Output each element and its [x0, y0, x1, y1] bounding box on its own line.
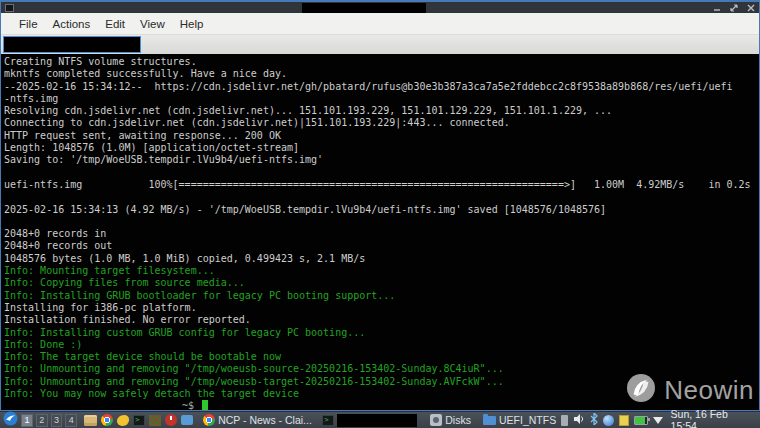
task-label: NCP - News - Clai... [218, 414, 312, 426]
window-title-redacted [302, 3, 426, 13]
desktop: File Actions Edit View Help Creating NTF… [0, 0, 760, 428]
terminal-line: 2048+0 records in [4, 228, 759, 240]
terminal-window: File Actions Edit View Help Creating NTF… [0, 0, 760, 411]
terminal-line: Info: Mounting target filesystem... [4, 265, 759, 277]
task-button-disks[interactable]: Disks [427, 414, 473, 426]
menu-actions[interactable]: Actions [53, 18, 91, 30]
task-label: UEFI_NTFS [499, 414, 556, 426]
task-label: Disks [445, 414, 471, 426]
task-label-redacted [337, 414, 417, 427]
prompt-user-redacted [4, 401, 182, 410]
terminal-line: uefi-ntfs.img 100%[=====================… [4, 179, 759, 191]
terminal-line: Resolving cdn.jsdelivr.net (cdn.jsdelivr… [4, 105, 759, 117]
workspace-button-2[interactable]: 2 [36, 414, 48, 427]
terminal-icon [322, 415, 334, 426]
bluetooth-icon[interactable] [590, 411, 598, 428]
file-manager-icon[interactable] [84, 415, 97, 426]
wifi-icon[interactable] [653, 417, 663, 424]
removable-media-icon[interactable] [561, 415, 568, 426]
terminal-tab-redacted[interactable] [3, 36, 141, 53]
terminal-line: Length: 1048576 (1.0M) [application/octe… [4, 142, 759, 154]
disks-icon [430, 414, 442, 426]
terminal-line: Installation finished. No error reported… [4, 314, 759, 326]
menu-edit[interactable]: Edit [105, 18, 125, 30]
terminal-line [4, 167, 759, 179]
terminal-line: --2025-02-16 15:34:12-- https://cdn.jsde… [4, 81, 759, 93]
minimize-button[interactable] [713, 4, 721, 12]
menu-bar: File Actions Edit View Help [1, 13, 759, 35]
maximize-button[interactable] [730, 4, 738, 12]
system-tray [561, 411, 663, 428]
task-button-browser[interactable]: NCP - News - Clai... [200, 414, 312, 426]
terminal-line: 2048+0 records out [4, 240, 759, 252]
workspace-button-3[interactable]: 3 [51, 414, 63, 427]
workspace-button-4[interactable]: 4 [65, 414, 77, 427]
terminal-line: Info: The target device should be bootab… [4, 351, 759, 363]
terminal-line [4, 191, 759, 203]
terminal-line [4, 216, 759, 228]
titlebar[interactable] [1, 2, 759, 13]
terminal-line: mkntfs completed successfully. Have a ni… [4, 68, 759, 80]
terminal-cursor [202, 400, 208, 410]
battery-icon[interactable] [634, 416, 648, 425]
clock[interactable]: Sun, 16 Feb 15:54 [671, 408, 757, 428]
volume-icon[interactable] [573, 411, 585, 428]
terminal-icon[interactable] [133, 415, 145, 426]
close-button[interactable] [747, 4, 755, 12]
terminal-line: HTTP request sent, awaiting response... … [4, 130, 759, 142]
menu-view[interactable]: View [140, 18, 165, 30]
menu-help[interactable]: Help [180, 18, 204, 30]
neowin-logo-icon [626, 373, 656, 407]
terminal-line: 2025-02-16 15:34:13 (4.92 MB/s) - '/tmp/… [4, 204, 759, 216]
power-icon[interactable] [165, 414, 177, 426]
terminal-line: Info: Installing GRUB bootloader for leg… [4, 290, 759, 302]
terminal-line: Creating NTFS volume structures. [4, 56, 759, 68]
terminal-app-icon [5, 4, 14, 12]
terminal-line: Info: Copying files from source media... [4, 277, 759, 289]
chrome-icon[interactable] [101, 414, 113, 426]
terminal-line: Saving to: '/tmp/WoeUSB.tempdir.lVu9b4/u… [4, 154, 759, 166]
watermark: Neowin [626, 373, 754, 407]
folder-icon [483, 416, 496, 425]
network-icon[interactable] [603, 415, 614, 426]
terminal-line: 1048576 bytes (1.0 MB, 1.0 MiB) copied, … [4, 253, 759, 265]
terminal-line: Installing for i386-pc platform. [4, 302, 759, 314]
workspace-button-1[interactable]: 1 [21, 414, 33, 427]
clipboard-icon[interactable] [619, 415, 629, 426]
prompt-text: ~$ [182, 400, 194, 410]
terminal-viewport[interactable]: Creating NTFS volume structures.mkntfs c… [1, 54, 759, 410]
terminal-line: -ntfs.img [4, 93, 759, 105]
chat-icon[interactable] [181, 415, 193, 425]
messenger-icon[interactable] [117, 415, 129, 426]
mosaic-icon[interactable] [149, 415, 161, 426]
terminal-line: Info: Done :) [4, 339, 759, 351]
task-button-terminal-redacted[interactable] [319, 414, 420, 427]
chrome-icon [203, 414, 215, 426]
window-controls [713, 4, 755, 12]
lubuntu-menu-icon[interactable] [3, 411, 18, 428]
terminal-line: Connecting to cdn.jsdelivr.net (cdn.jsde… [4, 117, 759, 129]
tab-bar [1, 35, 759, 54]
watermark-label: Neowin [664, 375, 754, 406]
quick-launch [84, 414, 193, 426]
terminal-line: Info: Installing custom GRUB config for … [4, 327, 759, 339]
taskbar: 1 2 3 4 NCP - News - Clai... Disks U [0, 411, 760, 428]
menu-file[interactable]: File [19, 18, 38, 30]
terminal-output: Creating NTFS volume structures.mkntfs c… [4, 56, 759, 400]
task-button-uefi-ntfs[interactable]: UEFI_NTFS [480, 414, 558, 426]
